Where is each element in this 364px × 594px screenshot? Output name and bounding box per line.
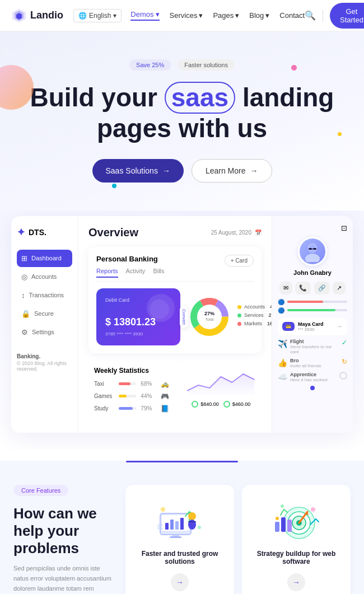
logo-text: Landio (30, 10, 63, 21)
sidebar-item-settings[interactable]: ⚙ Settings (17, 324, 72, 341)
arrow-right-icon: → (162, 166, 170, 175)
svg-point-43 (281, 504, 284, 508)
mock-logo-icon: ✦ (17, 226, 25, 238)
stat-row-taxi: Taxi 68% 🚕 (94, 380, 169, 388)
nav-demos[interactable]: Demos ▾ (130, 10, 159, 21)
chevron-down-icon: ▾ (265, 11, 269, 20)
banking-body: Debit Card $ 13801.23 3785 **** **** 393… (96, 288, 254, 345)
overview-title: Overview (88, 226, 138, 239)
nav-divider (323, 10, 323, 21)
convert-tab[interactable]: Convert (180, 306, 188, 328)
tab-activity[interactable]: Activity (126, 268, 146, 278)
get-started-button[interactable]: Get Started → (330, 3, 364, 29)
chevron-down-icon: ▾ (156, 10, 160, 18)
svg-rect-26 (188, 521, 196, 522)
svg-point-28 (198, 526, 201, 529)
action-share-button[interactable]: ↗ (333, 282, 346, 294)
saas-solutions-button[interactable]: Saas Solutions → (92, 159, 184, 183)
svg-rect-17 (165, 523, 169, 530)
svg-rect-39 (281, 517, 286, 532)
banking-tabs: Reports Activity Bills (96, 268, 254, 282)
action-link-button[interactable]: 🔗 (314, 282, 330, 294)
flight-icon: ✈️ (278, 339, 287, 348)
svg-rect-23 (170, 536, 181, 538)
add-card-button[interactable]: + Card (225, 255, 254, 266)
logo[interactable]: Landio (11, 8, 63, 24)
mockup-section: ✦ DTS. ⊞ Dashboard ◎ Accounts ↕ Transact… (0, 211, 364, 450)
svg-point-41 (276, 517, 279, 520)
chart-amounts: $840.00 $460.00 (185, 401, 257, 408)
mock-date: 25 August, 2020 📅 (211, 230, 262, 236)
stat-row-study: Study 79% 📘 (94, 405, 169, 413)
chevron-down-icon: ▾ (113, 12, 116, 20)
svg-rect-19 (175, 521, 179, 530)
games-icon: 🎮 (161, 392, 169, 400)
blue-dot-decoration (310, 386, 315, 390)
svg-rect-12 (309, 248, 312, 250)
action-phone-button[interactable]: 📞 (295, 282, 311, 294)
debit-number: 3785 **** **** 3930 (105, 331, 171, 336)
panel-options-button[interactable]: ⊡ (341, 224, 347, 232)
sidebar-footer: Banking. © 2020 Blog. All rights reserve… (17, 342, 72, 372)
features-cards: Faster and trusted grow solutions → (125, 485, 351, 594)
nav-right: 🔍 Get Started → (305, 3, 364, 29)
chevron-down-icon: ▾ (235, 11, 239, 20)
tab-reports[interactable]: Reports (96, 268, 118, 278)
svg-text:27%: 27% (204, 311, 214, 316)
mock-main: Overview 25 August, 2020 📅 Personal Bank… (78, 216, 272, 433)
svg-rect-40 (287, 520, 292, 532)
feature-arrow-button-2[interactable]: → (287, 573, 305, 591)
amount-2: $460.00 (223, 401, 251, 408)
cloud-icon: ☁️ (278, 372, 287, 381)
sidebar-item-accounts[interactable]: ◎ Accounts (17, 268, 72, 286)
language-selector[interactable]: 🌐 English ▾ (73, 9, 122, 22)
prog-icon-2: 🔵 (278, 307, 284, 314)
svg-point-27 (161, 507, 165, 512)
sidebar-item-transactions[interactable]: ↕ Transactions (17, 287, 72, 304)
action-email-button[interactable]: ✉ (279, 282, 292, 294)
secure-icon: 🔒 (21, 310, 30, 318)
avatar-image (302, 241, 323, 262)
chevron-down-icon: ▾ (199, 11, 203, 20)
transfer-apprentice: ☁️ Apprentice Here it has worked (278, 372, 347, 382)
feature-title-2: Strategy buildup for web software (251, 550, 342, 565)
mock-sidebar: ✦ DTS. ⊞ Dashboard ◎ Accounts ↕ Transact… (11, 216, 78, 433)
donut-legend: Accounts40% Services27% Markets16% (237, 304, 272, 329)
bottom-widgets: Weekly Statistics Taxi 68% 🚕 Games 44% 🎮 (88, 361, 262, 423)
lang-label: English (89, 12, 111, 20)
svg-rect-18 (170, 520, 174, 530)
svg-point-42 (311, 507, 315, 512)
grow-solutions-svg (152, 494, 208, 544)
hero-headline: Build your saas landingpages with us (22, 82, 342, 143)
svg-rect-38 (275, 522, 279, 532)
taxi-icon: 🚕 (161, 380, 169, 388)
mock-logo: ✦ DTS. (17, 226, 72, 238)
learn-more-hero-button[interactable]: Learn More → (192, 159, 272, 183)
svg-rect-30 (157, 526, 162, 527)
stat-row-games: Games 44% 🎮 (94, 392, 169, 400)
svg-text:Total: Total (206, 317, 214, 321)
nav-blog[interactable]: Blog ▾ (249, 11, 269, 20)
maya-card-item[interactable]: 💳 Maya Card *** 3930 → (278, 318, 347, 335)
action-icons: ✉ 📞 🔗 ↗ (278, 282, 347, 294)
badge-faster: Faster solutions (178, 59, 235, 71)
features-grid: Core Features How can we help your probl… (13, 485, 351, 594)
logo-icon (11, 8, 27, 24)
features-section: Core Features How can we help your probl… (0, 462, 364, 594)
hero-dot-teal (112, 184, 116, 188)
features-left: Core Features How can we help your probl… (13, 485, 125, 594)
nav-services[interactable]: Services ▾ (170, 11, 203, 20)
nav-pages[interactable]: Pages ▾ (213, 11, 239, 20)
sidebar-item-dashboard[interactable]: ⊞ Dashboard (17, 250, 72, 267)
tab-bills[interactable]: Bills (153, 268, 164, 278)
feature-arrow-button-1[interactable]: → (171, 573, 189, 591)
nav-contact[interactable]: Contact (279, 11, 305, 20)
transfer-bro: 👍 Bro Invite all friends ↻ (278, 358, 347, 368)
navbar: Landio 🌐 English ▾ Demos ▾ Services ▾ Pa… (0, 0, 364, 31)
mockup-card: ✦ DTS. ⊞ Dashboard ◎ Accounts ↕ Transact… (11, 216, 353, 433)
search-button[interactable]: 🔍 (305, 10, 316, 21)
donut-area: 27% Total Accounts40% Services27% (187, 288, 272, 345)
mock-right-panel: ⊡ John Gnabry (272, 216, 353, 433)
sidebar-item-secure[interactable]: 🔒 Secure (17, 305, 72, 322)
feature-title-1: Faster and trusted grow solutions (134, 550, 225, 565)
